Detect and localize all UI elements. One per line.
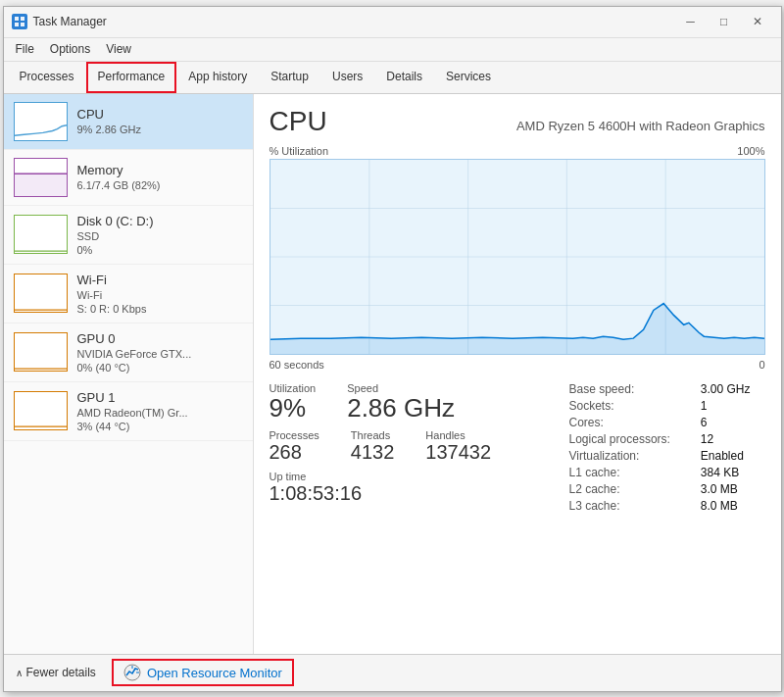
threads-value: 4132 [351, 441, 395, 463]
speed-block: Speed 2.86 GHz [347, 382, 455, 423]
left-stats: Utilization 9% Speed 2.86 GHz Processes … [270, 382, 550, 505]
speed-value: 2.86 GHz [347, 394, 455, 423]
l2-cache-label: L2 cache: [569, 482, 685, 496]
window-title: Task Manager [33, 15, 107, 28]
utilization-label: Utilization [270, 382, 317, 394]
window-controls: ─ □ ✕ [675, 12, 773, 31]
wifi-info: Wi-Fi Wi-Fi S: 0 R: 0 Kbps [77, 273, 243, 315]
sidebar-item-gpu0[interactable]: GPU 0 NVIDIA GeForce GTX... 0% (40 °C) [4, 324, 253, 382]
virtualization-value: Enabled [701, 449, 765, 463]
menu-file[interactable]: File [8, 40, 42, 58]
memory-detail: 6.1/7.4 GB (82%) [77, 179, 243, 191]
svg-marker-12 [270, 303, 764, 353]
maximize-button[interactable]: □ [709, 12, 740, 31]
cpu-model: AMD Ryzen 5 4600H with Radeon Graphics [516, 119, 765, 133]
sockets-value: 1 [701, 399, 765, 413]
l1-cache-label: L1 cache: [569, 466, 685, 479]
base-speed-label: Base speed: [569, 382, 685, 396]
menu-options[interactable]: Options [42, 40, 98, 58]
disk-info: Disk 0 (C: D:) SSD 0% [77, 214, 243, 256]
svg-rect-2 [15, 23, 19, 26]
sidebar-item-cpu[interactable]: CPU 9% 2.86 GHz [4, 94, 253, 150]
chart-label-row: % Utilization 100% [270, 145, 765, 157]
disk-detail1: SSD [77, 230, 243, 242]
content-area: CPU 9% 2.86 GHz Memory 6.1/7.4 GB (82%) [4, 94, 781, 654]
gpu1-thumbnail [14, 391, 68, 430]
chart-seconds-row: 60 seconds 0 [270, 359, 765, 371]
uptime-label: Up time [270, 471, 550, 482]
cpu-section-title: CPU [270, 106, 327, 137]
menu-bar: File Options View [4, 38, 781, 62]
threads-block: Threads 4132 [351, 429, 395, 463]
chart-label-100: 100% [737, 145, 764, 157]
disk-detail2: 0% [77, 244, 243, 256]
util-speed-row: Utilization 9% Speed 2.86 GHz [270, 382, 550, 423]
processes-block: Processes 268 [270, 429, 319, 463]
cores-label: Cores: [569, 416, 685, 429]
tab-processes[interactable]: Processes [8, 62, 86, 93]
memory-name: Memory [77, 163, 243, 177]
gpu0-thumbnail [14, 332, 68, 372]
chevron-up-icon: ∧ [16, 668, 23, 678]
l1-cache-value: 384 KB [701, 466, 765, 479]
open-resource-monitor-label: Open Resource Monitor [147, 666, 282, 680]
cpu-info: CPU 9% 2.86 GHz [77, 107, 243, 135]
uptime-block: Up time 1:08:53:16 [270, 471, 550, 504]
cpu-detail: 9% 2.86 GHz [77, 124, 243, 135]
gpu1-detail1: AMD Radeon(TM) Gr... [77, 407, 243, 419]
wifi-thumbnail [14, 274, 68, 313]
tab-users[interactable]: Users [320, 62, 374, 93]
gpu1-name: GPU 1 [77, 390, 243, 405]
chart-time-left: 60 seconds [270, 359, 324, 371]
app-icon [12, 14, 27, 29]
chart-label-utilization: % Utilization [270, 145, 329, 157]
gpu0-info: GPU 0 NVIDIA GeForce GTX... 0% (40 °C) [77, 331, 243, 373]
l2-cache-value: 3.0 MB [701, 482, 765, 496]
menu-view[interactable]: View [98, 40, 139, 58]
gpu1-info: GPU 1 AMD Radeon(TM) Gr... 3% (44 °C) [77, 390, 243, 432]
sidebar-item-disk[interactable]: Disk 0 (C: D:) SSD 0% [4, 206, 253, 265]
tab-performance[interactable]: Performance [86, 62, 177, 93]
speed-label: Speed [347, 382, 455, 394]
tab-bar: Processes Performance App history Startu… [4, 62, 781, 94]
wifi-detail1: Wi-Fi [77, 289, 243, 301]
cpu-name: CPU [77, 107, 243, 122]
tab-startup[interactable]: Startup [259, 62, 320, 93]
cpu-info-grid: Base speed: 3.00 GHz Sockets: 1 Cores: 6… [569, 382, 765, 513]
processes-value: 268 [270, 441, 319, 463]
base-speed-value: 3.00 GHz [701, 382, 765, 396]
disk-thumbnail [14, 215, 68, 254]
gpu1-detail2: 3% (44 °C) [77, 421, 243, 432]
uptime-value: 1:08:53:16 [270, 482, 550, 504]
wifi-detail2: S: 0 R: 0 Kbps [77, 303, 243, 315]
processes-label: Processes [270, 429, 319, 441]
tab-details[interactable]: Details [374, 62, 434, 93]
l3-cache-label: L3 cache: [569, 499, 685, 513]
sidebar-item-memory[interactable]: Memory 6.1/7.4 GB (82%) [4, 150, 253, 206]
memory-info: Memory 6.1/7.4 GB (82%) [77, 163, 243, 191]
utilization-value: 9% [270, 394, 317, 423]
disk-name: Disk 0 (C: D:) [77, 214, 243, 228]
svg-rect-4 [15, 173, 67, 196]
logical-processors-label: Logical processors: [569, 432, 685, 446]
svg-rect-3 [21, 23, 24, 26]
fewer-details-label: Fewer details [26, 666, 96, 679]
close-button[interactable]: ✕ [742, 12, 773, 31]
main-panel: CPU AMD Ryzen 5 4600H with Radeon Graphi… [254, 94, 781, 654]
gpu0-detail1: NVIDIA GeForce GTX... [77, 348, 243, 360]
fewer-details-button[interactable]: ∧ Fewer details [16, 666, 96, 679]
open-resource-monitor-button[interactable]: Open Resource Monitor [112, 659, 294, 686]
footer-bar: ∧ Fewer details Open Resource Monitor [4, 654, 781, 691]
sidebar-item-gpu1[interactable]: GPU 1 AMD Radeon(TM) Gr... 3% (44 °C) [4, 382, 253, 441]
sockets-label: Sockets: [569, 399, 685, 413]
tab-services[interactable]: Services [434, 62, 503, 93]
chart-time-right: 0 [759, 359, 764, 371]
sidebar-item-wifi[interactable]: Wi-Fi Wi-Fi S: 0 R: 0 Kbps [4, 265, 253, 324]
tab-apphistory[interactable]: App history [176, 62, 259, 93]
minimize-button[interactable]: ─ [675, 12, 707, 31]
cores-value: 6 [701, 416, 765, 429]
wifi-name: Wi-Fi [77, 273, 243, 287]
resource-monitor-icon [123, 664, 141, 681]
cpu-chart [270, 159, 765, 355]
handles-value: 137432 [425, 441, 491, 463]
